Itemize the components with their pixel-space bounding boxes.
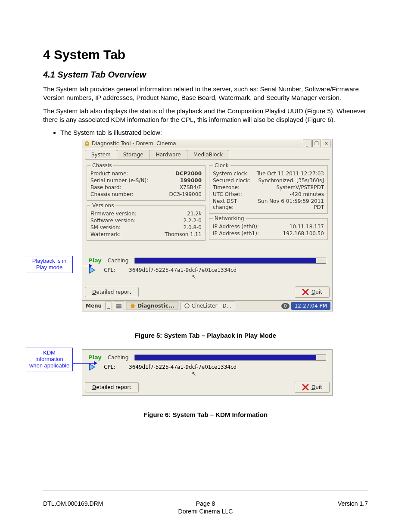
kv-row: SM version:2.0.8-0 (90, 224, 202, 231)
callout-play-mode: Playback is in Play mode (26, 256, 73, 273)
kv-row: Firmware version:21.2k (90, 210, 202, 217)
taskbar-notification-pill[interactable]: 0 (281, 303, 290, 309)
playback-status: Play (88, 257, 102, 264)
window-title: Diagnostic Tool - Doremi Cinema (92, 140, 176, 146)
figure-5-caption: Figure 5: System Tab – Playback in Play … (43, 332, 368, 339)
chassis-group: Chassis Product name:DCP2000 Serial numb… (87, 162, 206, 201)
quit-button[interactable]: Quit (295, 382, 330, 393)
window-titlebar: Diagnostic Tool - Doremi Cinema _ ❐ ✕ (82, 139, 332, 148)
kv-row: Timezone:SystemV/PST8PDT (213, 184, 324, 191)
kv-row: IP Address (eth0):10.11.18.137 (213, 223, 324, 230)
taskbar-windows-list[interactable] (114, 302, 124, 310)
networking-group: Networking IP Address (eth0):10.11.18.13… (209, 215, 328, 240)
diagnostic-task-icon (130, 303, 136, 309)
svg-point-4 (185, 304, 189, 308)
svg-rect-2 (116, 305, 121, 307)
caching-label: Caching (108, 258, 129, 264)
tabs-row: System Storage Hardware MediaBlock (82, 148, 332, 159)
cpl-label: CPL: (104, 267, 121, 273)
chassis-legend: Chassis (90, 162, 113, 168)
subsection-heading: 4.1 System Tab Overview (43, 70, 368, 80)
clock-group: Clock System clock:Tue Oct 11 2011 12:27… (209, 162, 328, 214)
clock-legend: Clock (213, 162, 230, 168)
svg-rect-3 (116, 307, 121, 308)
window-minimize-button[interactable]: _ (303, 140, 311, 147)
taskbar-show-desktop[interactable]: _ (105, 302, 112, 310)
playback-section: Play Caching CPL: 3649d1f7-5225-47a1-9dc… (85, 255, 330, 282)
kv-row: Watermark:Thomson 1.11 (90, 231, 202, 238)
kv-row: Secured clock:Synchronized. [35s/360s] (213, 177, 324, 184)
bullet-item: The System tab is illustrated below: (60, 129, 368, 136)
cpl-label: CPL: (104, 364, 121, 370)
callout-kdm-info: KDM information when applicable (26, 348, 73, 371)
mouse-cursor-icon: ↖ (192, 274, 326, 280)
playback-status: Play (88, 354, 102, 361)
taskbar-cinelister-task[interactable]: CineLister - D... (180, 302, 236, 310)
caching-progress-bar (134, 258, 326, 264)
kv-row: Serial number (e-S/N):199000 (90, 177, 202, 184)
cinelister-task-icon (184, 303, 190, 309)
figure-6-caption: Figure 6: System Tab – KDM Information (43, 411, 368, 418)
mouse-cursor-icon: ↖ (192, 371, 326, 376)
tab-mediablock[interactable]: MediaBlock (187, 150, 230, 159)
windows-list-icon (116, 303, 122, 309)
paragraph-2: The System tab also displays the status … (43, 107, 368, 124)
footer-company: Doremi Cinema LLC (0, 508, 411, 515)
kv-row: Software version:2.2.2-0 (90, 217, 202, 224)
tab-hardware[interactable]: Hardware (149, 150, 187, 159)
kv-row: IP Address (eth1):192.168.100.50 (213, 230, 324, 237)
svg-point-0 (86, 142, 88, 144)
tab-storage[interactable]: Storage (117, 150, 150, 159)
app-window: Diagnostic Tool - Doremi Cinema _ ❐ ✕ Sy… (82, 139, 333, 311)
kv-row: System clock:Tue Oct 11 2011 12:27:03 (213, 170, 324, 177)
kv-row: Base board:X7SB4/E (90, 184, 202, 191)
kv-row: Product name:DCP2000 (90, 170, 202, 177)
window-maximize-button[interactable]: ❐ (312, 140, 321, 147)
kv-row: Chassis number:DC3-199000 (90, 191, 202, 198)
kv-row: Next DST change:Sun Nov 6 01:59:59 2011 … (213, 198, 324, 211)
app-panel-partial: Play Caching CPL: 3649d1f7-5225-47a1-9dc… (82, 349, 333, 396)
detailed-report-button[interactable]: Detailed report (85, 382, 139, 392)
app-icon (84, 140, 90, 146)
cpl-value: 3649d1f7-5225-47a1-9dcf-7e01ce1334cd (129, 364, 237, 370)
footer-rule (43, 491, 368, 491)
window-close-button[interactable]: ✕ (322, 140, 330, 147)
svg-rect-1 (116, 304, 121, 305)
taskbar-menu-button[interactable]: Menu (84, 302, 103, 310)
networking-legend: Networking (213, 215, 246, 221)
quit-button[interactable]: Quit (295, 286, 330, 298)
taskbar-diagnostic-task[interactable]: Diagnostic... (126, 302, 178, 310)
section-heading: 4 System Tab (43, 47, 368, 62)
kv-row: UTC Offset:-420 minutes (213, 191, 324, 198)
paragraph-1: The System tab provides general informat… (43, 85, 368, 102)
caching-progress-bar (134, 355, 326, 361)
cpl-value: 3649d1f7-5225-47a1-9dcf-7e01ce1334cd (129, 267, 237, 273)
tab-system[interactable]: System (85, 150, 117, 159)
footer-page-number: Page 8 (43, 500, 368, 507)
taskbar: Menu _ Diagnostic... C (82, 300, 332, 311)
caching-label: Caching (108, 355, 129, 361)
detailed-report-button[interactable]: Detailed report (85, 287, 139, 297)
close-x-icon (302, 289, 309, 296)
taskbar-clock: 12:27:04 PM (291, 302, 330, 310)
versions-group: Versions Firmware version:21.2k Software… (87, 202, 206, 241)
versions-legend: Versions (90, 202, 115, 208)
close-x-icon (302, 384, 309, 391)
